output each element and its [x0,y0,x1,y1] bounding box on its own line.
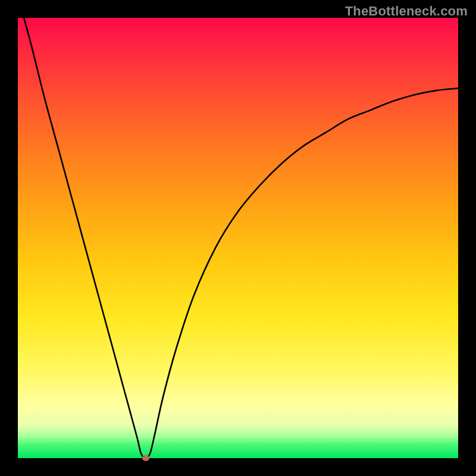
plot-area [18,18,458,458]
chart-frame: TheBottleneck.com [0,0,476,476]
bottleneck-curve [18,18,458,458]
watermark-text: TheBottleneck.com [345,4,468,19]
optimum-marker [142,455,149,461]
